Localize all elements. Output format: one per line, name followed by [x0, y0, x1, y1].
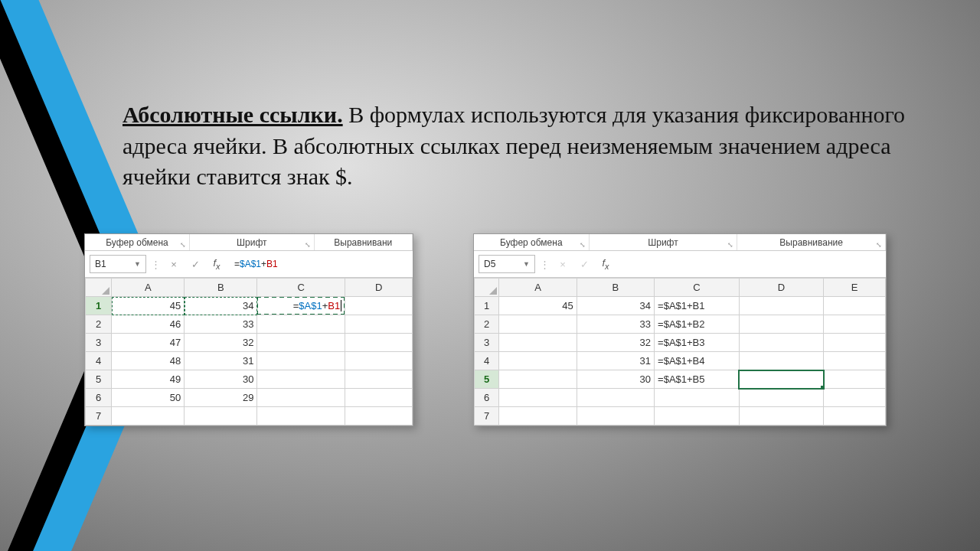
- cell[interactable]: [257, 370, 345, 389]
- cell[interactable]: [824, 334, 886, 352]
- col-header[interactable]: A: [499, 279, 577, 297]
- cell[interactable]: [824, 389, 886, 407]
- col-header[interactable]: E: [824, 279, 886, 297]
- col-header[interactable]: B: [577, 279, 654, 297]
- dialog-launcher-icon[interactable]: ⤡: [305, 241, 311, 249]
- cell[interactable]: 30: [577, 370, 654, 389]
- cell[interactable]: [739, 352, 824, 370]
- formula-value[interactable]: =$A$1+B1: [230, 259, 408, 269]
- cell[interactable]: [257, 334, 345, 352]
- cell[interactable]: [499, 407, 577, 425]
- cell[interactable]: [739, 389, 824, 407]
- cell[interactable]: [112, 407, 185, 425]
- cell[interactable]: [739, 297, 824, 315]
- cell[interactable]: 48: [112, 352, 185, 370]
- cell[interactable]: =$A$1+B4: [655, 352, 740, 370]
- select-all[interactable]: [86, 279, 112, 297]
- cell[interactable]: [185, 407, 257, 425]
- cell[interactable]: 31: [577, 352, 654, 370]
- cell[interactable]: [655, 389, 740, 407]
- row-header[interactable]: 5: [86, 370, 112, 389]
- cell[interactable]: [824, 315, 886, 334]
- cell[interactable]: [739, 407, 824, 425]
- cell[interactable]: [257, 352, 345, 370]
- cell[interactable]: [499, 334, 577, 352]
- row-header[interactable]: 6: [475, 389, 499, 407]
- cell[interactable]: [345, 389, 413, 407]
- cell[interactable]: [655, 407, 740, 425]
- cell[interactable]: =$A$1+B2: [655, 315, 740, 334]
- cell[interactable]: [824, 352, 886, 370]
- dialog-launcher-icon[interactable]: ⤡: [727, 241, 733, 249]
- fx-icon[interactable]: fx: [597, 257, 614, 271]
- cell[interactable]: 32: [577, 334, 654, 352]
- cell[interactable]: =$A$1+B5: [655, 370, 740, 389]
- row-header[interactable]: 4: [86, 352, 112, 370]
- row-header[interactable]: 1: [86, 297, 112, 315]
- cell[interactable]: [499, 315, 577, 334]
- row-header[interactable]: 7: [86, 407, 112, 425]
- cell[interactable]: [739, 334, 824, 352]
- cell[interactable]: [739, 315, 824, 334]
- cell[interactable]: [345, 370, 413, 389]
- grid-left[interactable]: A B C D 1 45 34 =$A$1+B1 24633 34732 448…: [85, 278, 413, 425]
- cell[interactable]: 45: [112, 297, 185, 315]
- cell[interactable]: =$A$1+B1: [655, 297, 740, 315]
- row-header[interactable]: 6: [86, 389, 112, 407]
- cell[interactable]: 46: [112, 315, 185, 334]
- cell[interactable]: [345, 352, 413, 370]
- cell[interactable]: 32: [185, 334, 257, 352]
- dialog-launcher-icon[interactable]: ⤡: [876, 241, 882, 249]
- cell[interactable]: 34: [577, 297, 654, 315]
- dialog-launcher-icon[interactable]: ⤡: [180, 241, 186, 249]
- cell[interactable]: [257, 389, 345, 407]
- cell[interactable]: =$A$1+B3: [655, 334, 740, 352]
- cell[interactable]: 47: [112, 334, 185, 352]
- col-header[interactable]: B: [185, 279, 257, 297]
- row-header[interactable]: 3: [475, 334, 499, 352]
- name-box[interactable]: B1▼: [90, 255, 146, 273]
- row-header[interactable]: 2: [475, 315, 499, 334]
- row-header[interactable]: 3: [86, 334, 112, 352]
- col-header[interactable]: C: [655, 279, 740, 297]
- row-header[interactable]: 4: [475, 352, 499, 370]
- cell[interactable]: [824, 370, 886, 389]
- row-header[interactable]: 1: [475, 297, 499, 315]
- cell[interactable]: 45: [499, 297, 577, 315]
- cell[interactable]: [577, 389, 654, 407]
- cell[interactable]: [345, 297, 413, 315]
- cell[interactable]: 49: [112, 370, 185, 389]
- cell[interactable]: [257, 315, 345, 334]
- cancel-icon[interactable]: ×: [165, 259, 182, 270]
- cell[interactable]: [257, 407, 345, 425]
- cell[interactable]: [824, 297, 886, 315]
- cell[interactable]: 29: [185, 389, 257, 407]
- cell[interactable]: [499, 389, 577, 407]
- cell[interactable]: [499, 370, 577, 389]
- name-box[interactable]: D5▼: [479, 255, 535, 273]
- col-header[interactable]: A: [112, 279, 185, 297]
- cell[interactable]: [824, 407, 886, 425]
- cell[interactable]: 33: [577, 315, 654, 334]
- dialog-launcher-icon[interactable]: ⤡: [580, 241, 586, 249]
- cell[interactable]: [345, 315, 413, 334]
- col-header[interactable]: D: [739, 279, 824, 297]
- cell[interactable]: [499, 352, 577, 370]
- cell[interactable]: 31: [185, 352, 257, 370]
- col-header[interactable]: D: [345, 279, 413, 297]
- cell-editing[interactable]: =$A$1+B1: [257, 297, 345, 315]
- col-header[interactable]: C: [257, 279, 345, 297]
- cell[interactable]: [577, 407, 654, 425]
- fx-icon[interactable]: fx: [208, 257, 225, 271]
- cell[interactable]: [345, 407, 413, 425]
- cell[interactable]: 33: [185, 315, 257, 334]
- enter-icon[interactable]: ✓: [187, 259, 204, 270]
- cell[interactable]: 50: [112, 389, 185, 407]
- cell[interactable]: [345, 334, 413, 352]
- grid-right[interactable]: A B C D E 14534=$A$1+B1 233=$A$1+B2 332=…: [474, 278, 886, 425]
- cell[interactable]: 30: [185, 370, 257, 389]
- cell-selected[interactable]: [739, 370, 824, 389]
- row-header[interactable]: 7: [475, 407, 499, 425]
- cell[interactable]: 34: [185, 297, 257, 315]
- row-header[interactable]: 2: [86, 315, 112, 334]
